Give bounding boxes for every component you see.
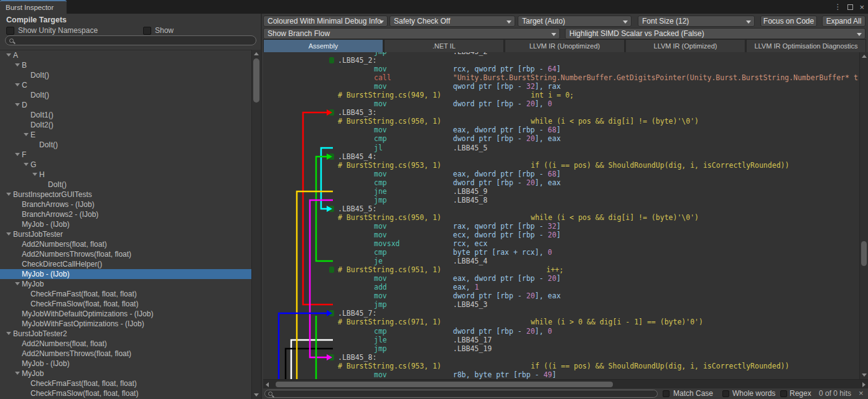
tree-item[interactable]: DoIt2() xyxy=(0,120,251,130)
tree-item[interactable]: CheckFmaSlow(float, float, float) xyxy=(0,388,251,398)
tree-item[interactable]: MyJob xyxy=(0,279,251,289)
tree-item[interactable]: MyJob xyxy=(0,369,251,378)
tree-item[interactable]: DoIt() xyxy=(0,180,251,190)
tree-item[interactable]: Add2NumbersThrows(float, float) xyxy=(0,349,251,359)
dropdown-debug-info[interactable]: Coloured With Minimal Debug Info xyxy=(263,16,388,27)
expander-down-icon[interactable] xyxy=(15,83,20,86)
dropdown-font-size[interactable]: Font Size (12) xyxy=(638,16,755,27)
scroll-right-icon[interactable] xyxy=(862,382,866,387)
compile-targets-tree: ABDoIt()CDoIt()DDoIt1()DoIt2()EDoIt()FGH… xyxy=(0,50,251,399)
sidebar-search-field[interactable] xyxy=(5,35,256,45)
tree-item[interactable]: MyJobWithDefaultOptimizations - (IJob) xyxy=(0,309,251,319)
tree-item[interactable]: CheckDirectCallHelper() xyxy=(0,259,251,269)
code-vscroll-thumb[interactable] xyxy=(861,241,867,266)
expander-down-icon[interactable] xyxy=(15,63,20,66)
match-case-checkbox[interactable] xyxy=(663,390,670,397)
tab-llvm-ir-optimized[interactable]: LLVM IR (Optimized) xyxy=(625,39,745,52)
regex-checkbox[interactable] xyxy=(780,390,787,397)
find-bar: Match Case Whole words Regex 0 of 0 hits… xyxy=(263,388,868,399)
tree-item[interactable]: DoIt() xyxy=(0,140,251,150)
tree-item[interactable]: C xyxy=(0,80,251,90)
code-line: .LBB45_3: xyxy=(263,108,859,117)
tree-item[interactable]: DoIt() xyxy=(0,70,251,80)
tree-item[interactable]: Add2Numbers(float, float) xyxy=(0,239,251,249)
tab-llvm-ir-diagnostics[interactable]: LLVM IR Optimisation Diagnostics xyxy=(746,39,866,52)
tree-item[interactable]: B xyxy=(0,60,251,70)
expander-down-icon[interactable] xyxy=(15,372,20,375)
burst-inspector-window: Burst Inspector ⋮ × Compile Targets Show… xyxy=(0,0,868,399)
dropdown-branch-flow[interactable]: Show Branch Flow xyxy=(263,28,560,39)
code-vertical-scrollbar[interactable] xyxy=(859,52,868,379)
tree-item[interactable]: MyJob - (IJob) xyxy=(0,359,251,369)
expander-down-icon[interactable] xyxy=(24,133,29,136)
checkbox-icon[interactable] xyxy=(6,27,14,35)
scroll-down-icon[interactable] xyxy=(862,374,867,377)
tree-item[interactable]: BurstJobTester2 xyxy=(0,329,251,339)
tree-item-label: DoIt() xyxy=(30,71,49,80)
tree-item-label: MyJobWithFastOptimizations - (IJob) xyxy=(22,319,144,328)
tree-scrollbar[interactable] xyxy=(251,50,261,399)
scroll-left-icon[interactable] xyxy=(266,382,269,387)
tree-item[interactable]: MyJobWithFastOptimizations - (IJob) xyxy=(0,319,251,329)
expander-down-icon[interactable] xyxy=(15,103,20,106)
code-line: .LBB45_2: xyxy=(263,56,859,65)
expander-down-icon[interactable] xyxy=(6,232,11,236)
expander-down-icon[interactable] xyxy=(6,332,11,335)
scroll-up-icon[interactable] xyxy=(862,55,867,58)
expander-down-icon[interactable] xyxy=(15,282,20,285)
dropdown-simd-highlight[interactable]: Highlight SIMD Scalar vs Packed (False) xyxy=(565,28,866,39)
code-search-input[interactable] xyxy=(275,390,657,397)
tree-item[interactable]: BranchArrows - (IJob) xyxy=(0,200,251,209)
tree-item[interactable]: Add2NumbersThrows(float, float) xyxy=(0,249,251,259)
close-icon[interactable]: × xyxy=(859,3,864,11)
focus-on-code-button[interactable]: Focus on Code xyxy=(760,16,817,27)
sidebar-search-input[interactable] xyxy=(17,37,256,44)
dropdown-target[interactable]: Target (Auto) xyxy=(518,16,632,27)
tree-item[interactable]: CheckFmaFast(float, float, float) xyxy=(0,289,251,299)
expander-down-icon[interactable] xyxy=(24,163,29,166)
tab-burst-inspector[interactable]: Burst Inspector xyxy=(0,0,67,14)
scroll-up-icon[interactable] xyxy=(254,52,259,55)
whole-words-checkbox[interactable] xyxy=(722,390,729,397)
code-line: # BurstString.cs(949, 1)int i = 0; xyxy=(263,91,859,99)
tree-item[interactable]: DoIt() xyxy=(0,90,251,100)
maximize-icon[interactable] xyxy=(847,4,853,10)
more-options-icon[interactable]: ⋮ xyxy=(834,3,841,11)
tree-item[interactable]: F xyxy=(0,150,251,160)
tree-scroll-thumb[interactable] xyxy=(253,58,259,103)
tree-item[interactable]: CheckFmaFast(float, float, float) xyxy=(0,378,251,388)
tree-item[interactable]: E xyxy=(0,130,251,140)
tree-item[interactable]: H xyxy=(0,170,251,180)
tree-item[interactable]: DoIt1() xyxy=(0,110,251,120)
code-line: movqword ptr [rbp - 32], rax xyxy=(263,82,859,91)
code-horizontal-scrollbar[interactable] xyxy=(263,379,868,388)
tree-item[interactable]: D xyxy=(0,100,251,110)
expander-down-icon[interactable] xyxy=(6,53,11,57)
expander-down-icon[interactable] xyxy=(6,193,11,196)
tree-item-label: A xyxy=(13,51,18,60)
checkbox-icon[interactable] xyxy=(143,27,151,35)
code-hscroll-thumb[interactable] xyxy=(276,382,613,387)
tree-item[interactable]: G xyxy=(0,160,251,170)
expand-all-button[interactable]: Expand All xyxy=(822,16,866,27)
tree-item[interactable]: CheckFmaSlow(float, float, float) xyxy=(0,299,251,309)
tree-item-label: BranchArrows2 - (IJob) xyxy=(22,210,98,219)
tab-llvm-ir-unoptimized[interactable]: LLVM IR (Unoptimized) xyxy=(505,39,625,52)
tree-item[interactable]: MyJob - (IJob) xyxy=(0,219,251,229)
tab-net-il[interactable]: .NET IL xyxy=(384,39,504,52)
dropdown-safety-check[interactable]: Safety Check Off xyxy=(390,16,515,27)
tree-item[interactable]: Add2Numbers(float, float) xyxy=(0,339,251,349)
tree-item[interactable]: BurstInspectorGUITests xyxy=(0,190,251,200)
expander-down-icon[interactable] xyxy=(32,173,37,176)
scroll-down-icon[interactable] xyxy=(254,393,259,397)
tree-item[interactable]: BurstJobTester xyxy=(0,229,251,239)
expander-down-icon[interactable] xyxy=(15,153,20,156)
code-search-field[interactable] xyxy=(264,390,658,398)
tree-item[interactable]: MyJob - (IJob) xyxy=(0,269,251,279)
tab-assembly[interactable]: Assembly xyxy=(263,39,383,52)
find-close-icon[interactable]: × xyxy=(859,388,864,398)
tree-item[interactable]: A xyxy=(0,50,251,60)
checkbox-show-unity-namespace[interactable]: Show Unity Namespace xyxy=(6,26,98,35)
tree-item[interactable]: BranchArrows2 - (IJob) xyxy=(0,209,251,219)
titlebar: Burst Inspector ⋮ × xyxy=(0,0,868,14)
